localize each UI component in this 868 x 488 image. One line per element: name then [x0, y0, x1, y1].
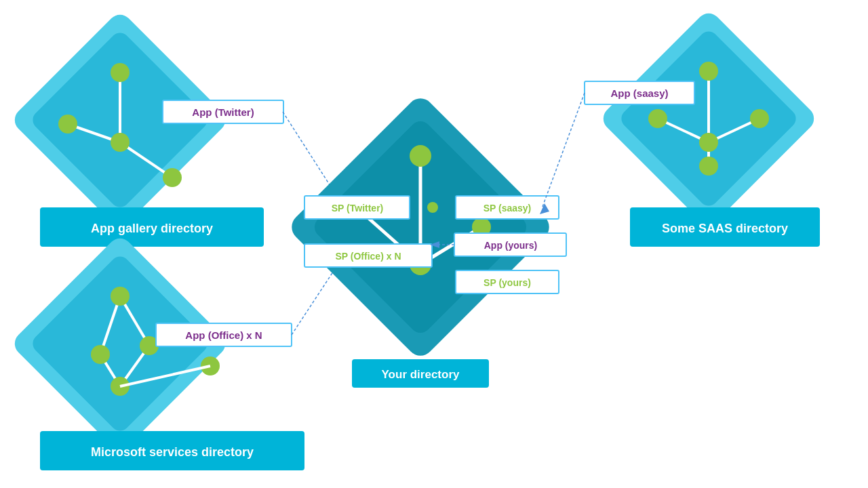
diagram-container: App gallery directory Microsoft services…	[0, 0, 868, 488]
